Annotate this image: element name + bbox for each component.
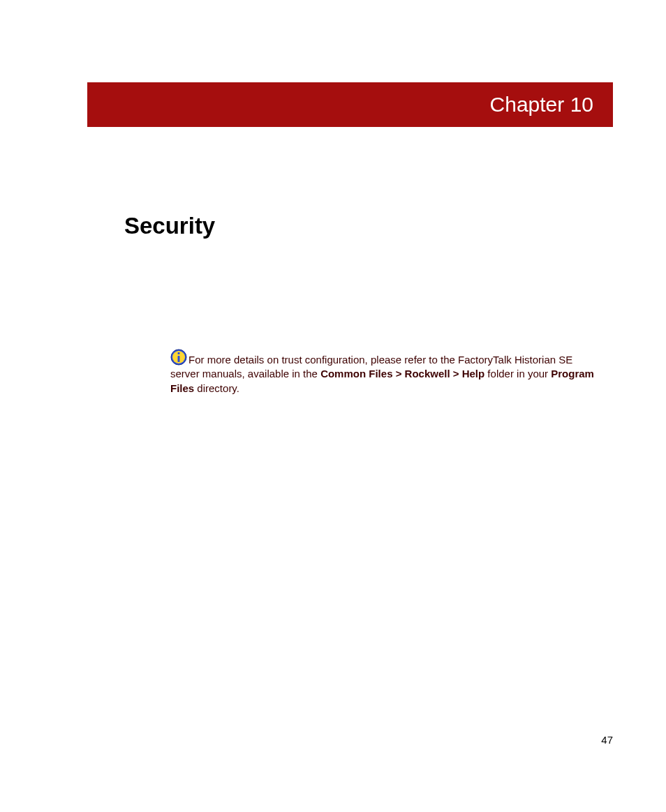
info-text-2: folder in your [484, 368, 551, 379]
svg-rect-3 [178, 356, 180, 362]
section-title: Security [124, 213, 215, 239]
info-icon [170, 349, 187, 366]
info-bold-1: Common Files > Rockwell > Help [320, 368, 484, 379]
info-paragraph: For more details on trust configuration,… [170, 349, 603, 396]
page-number: 47 [601, 734, 613, 746]
svg-rect-2 [178, 352, 180, 354]
info-text-3: directory. [194, 382, 239, 394]
chapter-banner: Chapter 10 [87, 82, 613, 127]
chapter-label: Chapter 10 [490, 93, 593, 116]
